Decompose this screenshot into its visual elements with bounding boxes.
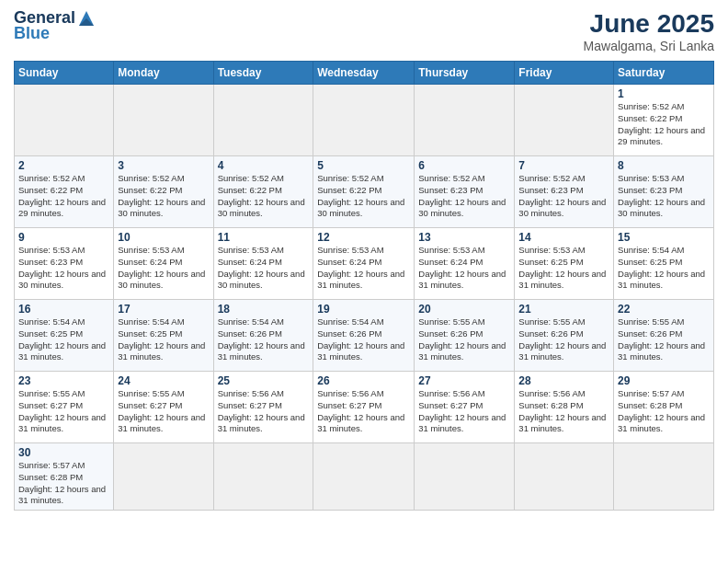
day-info: Sunrise: 5:54 AM Sunset: 6:25 PM Dayligh… bbox=[118, 316, 209, 363]
day-info: Sunrise: 5:57 AM Sunset: 6:28 PM Dayligh… bbox=[18, 460, 109, 507]
day-number: 17 bbox=[118, 303, 209, 316]
day-number: 1 bbox=[618, 87, 710, 100]
day-number: 26 bbox=[317, 374, 410, 387]
table-row bbox=[313, 443, 415, 511]
col-monday: Monday bbox=[114, 62, 213, 85]
day-info: Sunrise: 5:53 AM Sunset: 6:24 PM Dayligh… bbox=[118, 245, 209, 292]
header: General Blue June 2025 Mawalgama, Sri La… bbox=[14, 9, 714, 53]
table-row: 20Sunrise: 5:55 AM Sunset: 6:26 PM Dayli… bbox=[415, 300, 515, 372]
table-row bbox=[415, 443, 515, 511]
table-row bbox=[313, 85, 415, 156]
day-info: Sunrise: 5:53 AM Sunset: 6:24 PM Dayligh… bbox=[317, 245, 410, 292]
day-number: 16 bbox=[18, 303, 109, 316]
day-info: Sunrise: 5:55 AM Sunset: 6:26 PM Dayligh… bbox=[518, 316, 609, 363]
day-number: 2 bbox=[18, 159, 109, 172]
day-info: Sunrise: 5:56 AM Sunset: 6:28 PM Dayligh… bbox=[518, 388, 609, 435]
day-number: 30 bbox=[18, 446, 109, 459]
table-row bbox=[515, 85, 614, 156]
day-number: 24 bbox=[118, 374, 209, 387]
day-number: 23 bbox=[18, 374, 109, 387]
table-row: 26Sunrise: 5:56 AM Sunset: 6:27 PM Dayli… bbox=[313, 372, 415, 443]
table-row: 8Sunrise: 5:53 AM Sunset: 6:23 PM Daylig… bbox=[614, 156, 714, 228]
day-info: Sunrise: 5:56 AM Sunset: 6:27 PM Dayligh… bbox=[317, 388, 410, 435]
col-friday: Friday bbox=[515, 62, 614, 85]
day-info: Sunrise: 5:55 AM Sunset: 6:26 PM Dayligh… bbox=[618, 316, 710, 363]
day-number: 29 bbox=[618, 374, 710, 387]
table-row: 22Sunrise: 5:55 AM Sunset: 6:26 PM Dayli… bbox=[614, 300, 714, 372]
day-number: 18 bbox=[218, 303, 310, 316]
table-row: 24Sunrise: 5:55 AM Sunset: 6:27 PM Dayli… bbox=[114, 372, 213, 443]
table-row: 19Sunrise: 5:54 AM Sunset: 6:26 PM Dayli… bbox=[313, 300, 415, 372]
logo-icon bbox=[77, 9, 96, 28]
day-info: Sunrise: 5:54 AM Sunset: 6:25 PM Dayligh… bbox=[618, 245, 710, 292]
day-number: 11 bbox=[218, 231, 310, 244]
day-info: Sunrise: 5:57 AM Sunset: 6:28 PM Dayligh… bbox=[618, 388, 710, 435]
table-row: 11Sunrise: 5:53 AM Sunset: 6:24 PM Dayli… bbox=[213, 228, 313, 300]
table-row: 7Sunrise: 5:52 AM Sunset: 6:23 PM Daylig… bbox=[515, 156, 614, 228]
col-saturday: Saturday bbox=[614, 62, 714, 85]
day-number: 6 bbox=[418, 159, 510, 172]
day-info: Sunrise: 5:52 AM Sunset: 6:22 PM Dayligh… bbox=[618, 101, 710, 148]
day-number: 21 bbox=[518, 303, 609, 316]
table-row: 10Sunrise: 5:53 AM Sunset: 6:24 PM Dayli… bbox=[114, 228, 213, 300]
col-wednesday: Wednesday bbox=[313, 62, 415, 85]
table-row: 6Sunrise: 5:52 AM Sunset: 6:23 PM Daylig… bbox=[415, 156, 515, 228]
table-row: 18Sunrise: 5:54 AM Sunset: 6:26 PM Dayli… bbox=[213, 300, 313, 372]
table-row bbox=[15, 85, 114, 156]
table-row: 16Sunrise: 5:54 AM Sunset: 6:25 PM Dayli… bbox=[15, 300, 114, 372]
table-row bbox=[515, 443, 614, 511]
day-info: Sunrise: 5:55 AM Sunset: 6:27 PM Dayligh… bbox=[118, 388, 209, 435]
table-row: 25Sunrise: 5:56 AM Sunset: 6:27 PM Dayli… bbox=[213, 372, 313, 443]
month-year: June 2025 bbox=[584, 9, 714, 39]
calendar-header-row: Sunday Monday Tuesday Wednesday Thursday… bbox=[15, 62, 714, 85]
day-number: 27 bbox=[418, 374, 510, 387]
day-info: Sunrise: 5:56 AM Sunset: 6:27 PM Dayligh… bbox=[218, 388, 310, 435]
table-row bbox=[213, 85, 313, 156]
day-number: 4 bbox=[218, 159, 310, 172]
logo-blue: Blue bbox=[14, 24, 50, 42]
table-row: 2Sunrise: 5:52 AM Sunset: 6:22 PM Daylig… bbox=[15, 156, 114, 228]
location: Mawalgama, Sri Lanka bbox=[584, 39, 714, 53]
day-number: 12 bbox=[317, 231, 410, 244]
day-info: Sunrise: 5:53 AM Sunset: 6:24 PM Dayligh… bbox=[218, 245, 310, 292]
col-thursday: Thursday bbox=[415, 62, 515, 85]
page: General Blue June 2025 Mawalgama, Sri La… bbox=[0, 0, 728, 563]
day-info: Sunrise: 5:52 AM Sunset: 6:22 PM Dayligh… bbox=[317, 173, 410, 220]
day-info: Sunrise: 5:55 AM Sunset: 6:27 PM Dayligh… bbox=[18, 388, 109, 435]
day-number: 15 bbox=[618, 231, 710, 244]
table-row: 23Sunrise: 5:55 AM Sunset: 6:27 PM Dayli… bbox=[15, 372, 114, 443]
day-info: Sunrise: 5:52 AM Sunset: 6:23 PM Dayligh… bbox=[418, 173, 510, 220]
table-row: 29Sunrise: 5:57 AM Sunset: 6:28 PM Dayli… bbox=[614, 372, 714, 443]
title-block: June 2025 Mawalgama, Sri Lanka bbox=[584, 9, 714, 53]
table-row bbox=[114, 85, 213, 156]
day-info: Sunrise: 5:53 AM Sunset: 6:23 PM Dayligh… bbox=[18, 245, 109, 292]
day-number: 25 bbox=[218, 374, 310, 387]
day-info: Sunrise: 5:52 AM Sunset: 6:22 PM Dayligh… bbox=[118, 173, 209, 220]
day-number: 10 bbox=[118, 231, 209, 244]
day-number: 7 bbox=[518, 159, 609, 172]
col-sunday: Sunday bbox=[15, 62, 114, 85]
table-row: 5Sunrise: 5:52 AM Sunset: 6:22 PM Daylig… bbox=[313, 156, 415, 228]
day-info: Sunrise: 5:53 AM Sunset: 6:25 PM Dayligh… bbox=[518, 245, 609, 292]
day-number: 8 bbox=[618, 159, 710, 172]
day-info: Sunrise: 5:52 AM Sunset: 6:22 PM Dayligh… bbox=[218, 173, 310, 220]
table-row: 27Sunrise: 5:56 AM Sunset: 6:27 PM Dayli… bbox=[415, 372, 515, 443]
day-info: Sunrise: 5:55 AM Sunset: 6:26 PM Dayligh… bbox=[418, 316, 510, 363]
table-row: 13Sunrise: 5:53 AM Sunset: 6:24 PM Dayli… bbox=[415, 228, 515, 300]
table-row bbox=[614, 443, 714, 511]
day-info: Sunrise: 5:52 AM Sunset: 6:23 PM Dayligh… bbox=[518, 173, 609, 220]
table-row: 17Sunrise: 5:54 AM Sunset: 6:25 PM Dayli… bbox=[114, 300, 213, 372]
day-number: 28 bbox=[518, 374, 609, 387]
day-info: Sunrise: 5:53 AM Sunset: 6:23 PM Dayligh… bbox=[618, 173, 710, 220]
day-info: Sunrise: 5:53 AM Sunset: 6:24 PM Dayligh… bbox=[418, 245, 510, 292]
day-info: Sunrise: 5:54 AM Sunset: 6:26 PM Dayligh… bbox=[218, 316, 310, 363]
table-row: 4Sunrise: 5:52 AM Sunset: 6:22 PM Daylig… bbox=[213, 156, 313, 228]
table-row bbox=[213, 443, 313, 511]
table-row: 15Sunrise: 5:54 AM Sunset: 6:25 PM Dayli… bbox=[614, 228, 714, 300]
day-info: Sunrise: 5:56 AM Sunset: 6:27 PM Dayligh… bbox=[418, 388, 510, 435]
day-info: Sunrise: 5:54 AM Sunset: 6:25 PM Dayligh… bbox=[18, 316, 109, 363]
day-number: 22 bbox=[618, 303, 710, 316]
day-info: Sunrise: 5:54 AM Sunset: 6:26 PM Dayligh… bbox=[317, 316, 410, 363]
day-number: 13 bbox=[418, 231, 510, 244]
day-number: 14 bbox=[518, 231, 609, 244]
